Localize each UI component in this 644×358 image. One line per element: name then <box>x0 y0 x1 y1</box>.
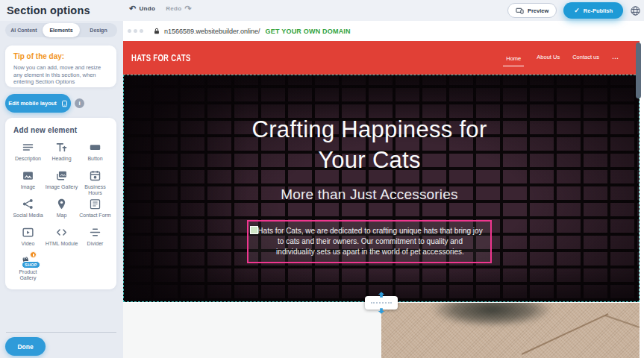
element-label: Button <box>87 156 102 162</box>
element-item-contact-form[interactable]: Contact Form <box>78 197 112 225</box>
undo-redo-group: ↶ Undo Redo ↷ <box>129 4 192 13</box>
sidebar: AI Content Elements Design Tip of the da… <box>0 21 123 358</box>
done-button[interactable]: Done <box>5 337 46 356</box>
element-label: Image Gallery <box>46 184 78 190</box>
redo-label: Redo <box>166 5 181 12</box>
social-media-icon <box>22 197 34 211</box>
topbar-actions: Preview ✓ Re-Publish <box>507 2 641 19</box>
nav-more-icon[interactable]: ⋯ <box>612 54 619 62</box>
selection-handle[interactable] <box>250 226 258 234</box>
element-item-heading[interactable]: Heading <box>45 140 78 169</box>
nav-item-about-us[interactable]: About Us <box>537 54 560 62</box>
element-label: HTML Module <box>46 241 78 247</box>
undo-icon: ↶ <box>129 4 137 13</box>
section-resize-handle[interactable] <box>365 296 398 310</box>
lock-icon <box>153 28 160 35</box>
hero-heading-line2: Your Cats <box>124 145 615 175</box>
preview-label: Preview <box>528 7 548 14</box>
drag-dots-icon <box>371 302 392 304</box>
image-gallery-icon <box>55 169 68 183</box>
page-title: Section options <box>7 4 90 16</box>
edit-mobile-label: Edit mobile layout <box>8 100 57 107</box>
devices-icon <box>516 7 524 15</box>
element-grid: Description Heading Button Image <box>11 140 112 282</box>
add-new-element-card: Add new element Description Heading Butt… <box>5 118 116 289</box>
product-gallery-icon: SHOP <box>19 254 37 268</box>
redo-icon: ↷ <box>184 4 192 13</box>
element-item-button[interactable]: Button <box>78 140 112 169</box>
element-item-business-hours[interactable]: Business Hours <box>78 169 112 197</box>
republish-label: Re-Publish <box>584 7 613 14</box>
undo-label: Undo <box>140 5 156 12</box>
nav-item-contact-us[interactable]: Contact us <box>572 54 599 62</box>
info-icon[interactable]: i <box>75 98 84 108</box>
language-globe-button[interactable] <box>630 5 641 16</box>
topbar: Section options ↶ Undo Redo ↷ Preview ✓ … <box>0 0 644 21</box>
browser-bar: n1566589.websitebuilder.online/ GET YOUR… <box>123 21 640 41</box>
scrollbar-thumb[interactable] <box>636 43 641 98</box>
element-item-social-media[interactable]: Social Media <box>11 197 45 225</box>
tab-design[interactable]: Design <box>80 23 117 37</box>
hero-heading-line1: Crafting Happiness for <box>124 114 615 145</box>
hero-content: Crafting Happiness for Your Cats More th… <box>124 75 615 263</box>
element-item-image[interactable]: Image <box>11 169 45 197</box>
button-icon <box>89 140 101 154</box>
globe-icon <box>630 5 641 16</box>
check-icon: ✓ <box>574 7 580 14</box>
description-icon <box>22 140 34 154</box>
tip-body: Now you can add, move and resize any ele… <box>13 64 108 86</box>
undo-button[interactable]: ↶ Undo <box>129 4 155 13</box>
html-module-icon <box>55 225 68 239</box>
arrow-down-icon <box>378 308 385 314</box>
element-label: Image <box>21 184 35 190</box>
arrow-up-icon <box>378 292 385 298</box>
new-badge-icon <box>30 251 37 258</box>
floor-crack-line <box>605 315 640 328</box>
tab-ai-content[interactable]: AI Content <box>5 23 43 37</box>
browser-dots-icon <box>128 29 143 33</box>
heading-icon <box>55 140 68 154</box>
sidebar-tabbar: AI Content Elements Design <box>5 23 117 37</box>
site-url: n1566589.websitebuilder.online/ <box>164 28 260 35</box>
nav-item-home[interactable]: Home <box>503 55 524 66</box>
element-label: Map <box>57 213 67 219</box>
divider-icon <box>89 225 101 239</box>
tab-elements[interactable]: Elements <box>43 23 80 37</box>
phone-icon <box>61 98 68 109</box>
element-item-product-gallery[interactable]: SHOP Product Gallery <box>11 254 45 282</box>
video-icon <box>22 225 34 239</box>
element-item-html-module[interactable]: HTML Module <box>45 225 78 254</box>
site-preview: n1566589.websitebuilder.online/ GET YOUR… <box>123 21 640 358</box>
element-label: Business Hours <box>79 184 112 196</box>
element-item-image-gallery[interactable]: Image Gallery <box>45 169 78 197</box>
element-label: Divider <box>87 241 104 247</box>
element-item-divider[interactable]: Divider <box>78 225 112 254</box>
element-label: Social Media <box>13 213 43 219</box>
next-section-blank <box>123 303 381 358</box>
hero-paragraph: Hats for Cats, we are dedicated to craft… <box>257 226 483 257</box>
sidebar-divider <box>6 332 116 333</box>
element-item-description[interactable]: Description <box>11 140 45 169</box>
get-domain-link[interactable]: GET YOUR OWN DOMAIN <box>266 28 351 35</box>
tip-of-the-day-card: Tip of the day: Now you can add, move an… <box>5 45 116 87</box>
redo-button[interactable]: Redo ↷ <box>166 4 192 13</box>
image-icon <box>22 169 34 183</box>
republish-button[interactable]: ✓ Re-Publish <box>563 2 623 19</box>
shop-tag: SHOP <box>22 261 40 268</box>
element-item-map[interactable]: Map <box>45 197 78 225</box>
hero-section[interactable]: Crafting Happiness for Your Cats More th… <box>123 75 640 302</box>
business-hours-icon <box>89 169 101 183</box>
site-nav: Home About Us Contact us ⋯ <box>503 41 619 75</box>
contact-form-icon <box>89 197 101 211</box>
element-item-video[interactable]: Video <box>11 225 45 254</box>
site-header: HATS FOR CATS Home About Us Contact us ⋯ <box>123 41 640 75</box>
preview-button[interactable]: Preview <box>507 3 557 18</box>
element-label: Description <box>15 156 41 162</box>
hero-text-box[interactable]: Hats for Cats, we are dedicated to craft… <box>247 220 492 263</box>
hero-subheading: More than Just Accessories <box>124 186 615 203</box>
cat-shadow <box>432 303 551 327</box>
edit-mobile-layout-button[interactable]: Edit mobile layout <box>5 94 71 113</box>
site-logo[interactable]: HATS FOR CATS <box>131 53 191 63</box>
element-label: Contact Form <box>79 213 110 219</box>
tip-heading: Tip of the day: <box>13 52 108 60</box>
